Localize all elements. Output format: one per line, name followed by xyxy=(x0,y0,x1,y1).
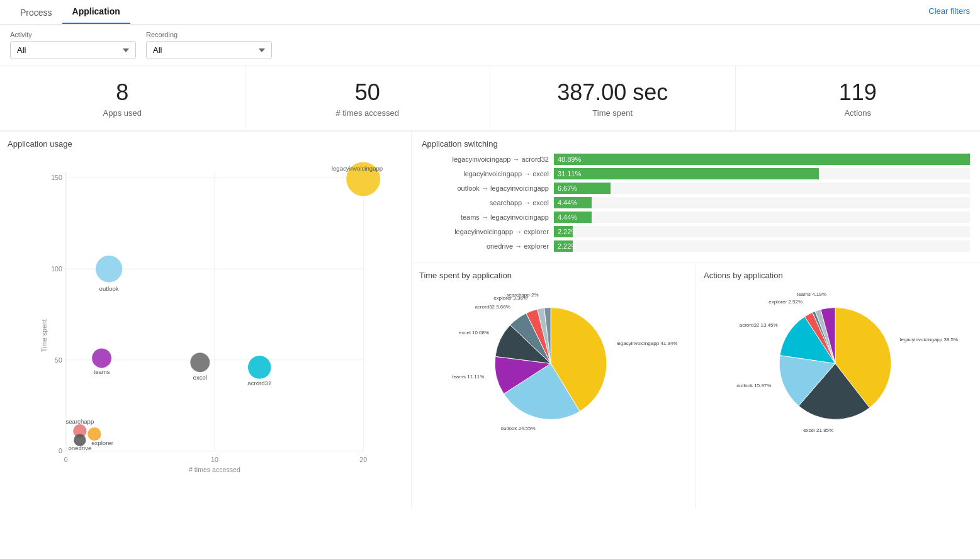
actions-pie-chart: legacyinvoicingapp 39.5%excel 21.85%outl… xyxy=(704,285,972,436)
activity-filter-group: Activity All xyxy=(10,31,136,59)
stat-time-spent-value: 387.00 sec xyxy=(503,79,723,106)
switching-bar-track: 6.67% xyxy=(554,183,970,194)
switching-bar-pct: 4.44% xyxy=(558,213,577,221)
svg-point-22 xyxy=(190,353,210,372)
svg-text:10: 10 xyxy=(211,456,218,463)
scatter-chart: Time spent 0 50 100 150 0 10 20 # times … xyxy=(8,154,403,494)
switching-bar-pct: 4.44% xyxy=(558,199,577,206)
svg-point-26 xyxy=(92,349,111,368)
svg-text:outlook: outlook xyxy=(99,285,119,292)
pie-label: searchapp 2% xyxy=(506,292,538,298)
tab-application[interactable]: Application xyxy=(62,0,130,24)
svg-text:0: 0 xyxy=(59,448,62,455)
switching-bar-pct: 2.22% xyxy=(558,228,577,235)
switching-bar-row: searchapp → excel4.44% xyxy=(422,197,970,208)
svg-text:searchapp: searchapp xyxy=(65,418,94,425)
stat-times-accessed-label: # times accessed xyxy=(258,108,478,118)
scatter-title: Application usage xyxy=(8,139,403,149)
stat-times-accessed-value: 50 xyxy=(258,79,478,106)
switching-bar-pct: 6.67% xyxy=(558,184,577,192)
switching-bar-fill: 4.44% xyxy=(554,212,592,223)
svg-text:0: 0 xyxy=(64,456,68,463)
time-spent-chart-title: Time spent by application xyxy=(419,271,688,280)
switching-bar-row: outlook → legacyinvoicingapp6.67% xyxy=(422,183,970,194)
stat-apps-used-value: 8 xyxy=(13,79,232,106)
switching-bar-track: 31.11% xyxy=(554,168,970,179)
pie-label: outlook 15.97% xyxy=(736,383,771,388)
svg-text:excel: excel xyxy=(193,374,207,381)
tab-process[interactable]: Process xyxy=(10,1,62,24)
svg-text:100: 100 xyxy=(51,265,62,273)
svg-text:legacyinvoicingapp: legacyinvoicingapp xyxy=(332,165,383,172)
svg-text:20: 20 xyxy=(359,456,367,463)
pie-label: outlook 24.55% xyxy=(500,426,535,431)
stat-times-accessed: 50 # times accessed xyxy=(245,66,491,130)
clear-filters-button[interactable]: Clear filters xyxy=(928,6,970,16)
switching-bar-label: teams → legacyinvoicingapp xyxy=(422,213,554,221)
switching-bar-row: onedrive → explorer2.22% xyxy=(422,240,970,252)
svg-text:onedrive: onedrive xyxy=(68,444,91,451)
scatter-panel: Application usage Time spent 0 50 100 15… xyxy=(0,132,412,509)
stat-apps-used-label: Apps used xyxy=(13,108,232,118)
svg-text:acrord32: acrord32 xyxy=(247,380,271,387)
stat-time-spent-label: Time spent xyxy=(503,108,723,118)
switching-section: Application switching legacyinvoicingapp… xyxy=(412,132,980,263)
switching-title: Application switching xyxy=(422,139,970,149)
pie-label: acrord32 5.68% xyxy=(475,304,510,310)
pie-label: teams 11.11% xyxy=(452,375,484,380)
activity-filter-select[interactable]: All xyxy=(10,41,136,59)
recording-filter-label: Recording xyxy=(146,31,272,38)
svg-text:explorer: explorer xyxy=(91,439,114,446)
svg-text:teams: teams xyxy=(93,368,110,375)
pie-label: legacyinvoicingapp 39.5% xyxy=(900,337,959,343)
activity-filter-label: Activity xyxy=(10,31,136,38)
switching-bar-pct: 2.22% xyxy=(558,242,577,250)
switching-bar-fill: 4.44% xyxy=(554,197,592,208)
svg-point-24 xyxy=(248,356,271,379)
stat-actions-label: Actions xyxy=(748,108,968,118)
switching-bar-pct: 31.11% xyxy=(558,170,581,178)
switching-bar-label: outlook → legacyinvoicingapp xyxy=(422,184,554,192)
actions-chart-title: Actions by application xyxy=(704,271,972,280)
switching-bar-label: legacyinvoicingapp → acrord32 xyxy=(422,155,554,163)
svg-point-20 xyxy=(96,256,122,282)
svg-text:Time spent: Time spent xyxy=(40,319,48,352)
switching-bar-row: teams → legacyinvoicingapp4.44% xyxy=(422,212,970,223)
switching-bar-fill: 31.11% xyxy=(554,168,819,179)
switching-bar-label: onedrive → explorer xyxy=(422,242,554,250)
pie-label: acrord32 13.45% xyxy=(740,322,778,328)
filters-row: Activity All Recording All xyxy=(0,25,980,66)
right-panel: Application switching legacyinvoicingapp… xyxy=(412,132,980,509)
svg-text:# times accessed: # times accessed xyxy=(189,466,240,473)
svg-text:150: 150 xyxy=(51,174,62,182)
switching-bar-track: 2.22% xyxy=(554,240,970,252)
bottom-charts: Time spent by application legacyinvoicin… xyxy=(412,263,980,509)
switching-bar-fill: 6.67% xyxy=(554,183,611,194)
switching-bar-pct: 48.89% xyxy=(558,155,581,163)
switching-bar-fill: 48.89% xyxy=(554,154,970,165)
recording-filter-group: Recording All xyxy=(146,31,272,59)
actions-chart-section: Actions by application legacyinvoicingap… xyxy=(696,263,980,509)
switching-bar-track: 2.22% xyxy=(554,226,970,237)
switching-bar-label: searchapp → excel xyxy=(422,199,554,206)
pie-label: excel 10.08% xyxy=(459,330,489,336)
switching-bar-label: legacyinvoicingapp → explorer xyxy=(422,228,554,235)
switching-bars: legacyinvoicingapp → acrord3248.89%legac… xyxy=(422,154,970,252)
pie-label: teams 4.19% xyxy=(797,291,826,297)
pie-label: legacyinvoicingapp 41.34% xyxy=(616,341,677,346)
stat-apps-used: 8 Apps used xyxy=(0,66,245,130)
stats-row: 8 Apps used 50 # times accessed 387.00 s… xyxy=(0,66,980,131)
time-spent-pie-chart: legacyinvoicingapp 41.34%outlook 24.55%t… xyxy=(419,285,688,436)
tab-bar: Process Application Clear filters xyxy=(0,0,980,25)
stat-actions-value: 119 xyxy=(748,79,968,106)
stat-time-spent: 387.00 sec Time spent xyxy=(490,66,736,130)
switching-bar-label: legacyinvoicingapp → excel xyxy=(422,170,554,178)
recording-filter-select[interactable]: All xyxy=(146,41,272,59)
switching-bar-fill: 2.22% xyxy=(554,240,573,252)
switching-bar-row: legacyinvoicingapp → excel31.11% xyxy=(422,168,970,179)
switching-bar-fill: 2.22% xyxy=(554,226,573,237)
switching-bar-row: legacyinvoicingapp → acrord3248.89% xyxy=(422,154,970,165)
pie-label: explorer 2.52% xyxy=(769,300,803,305)
stat-actions: 119 Actions xyxy=(736,66,981,130)
switching-bar-track: 48.89% xyxy=(554,154,970,165)
